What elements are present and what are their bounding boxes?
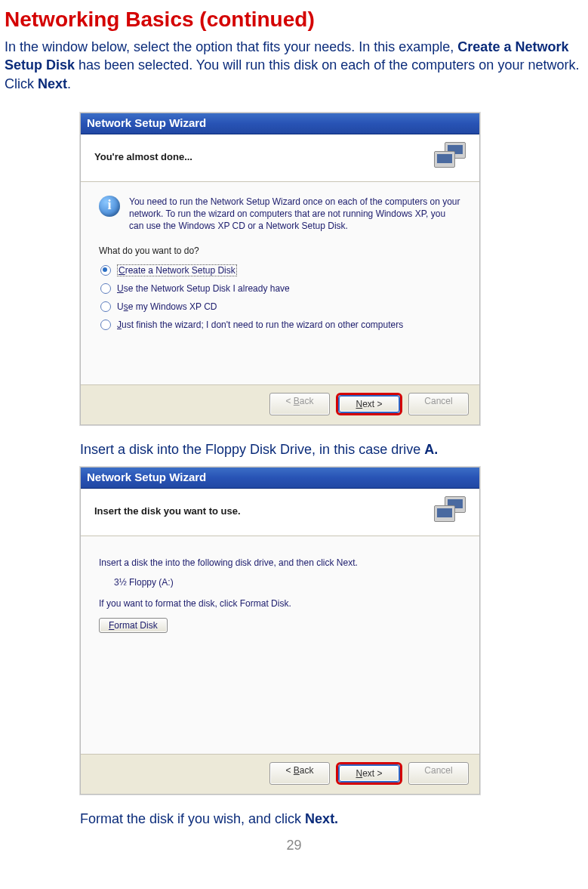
next-button[interactable]: Next > (339, 396, 399, 412)
wizard-body: You need to run the Network Setup Wizard… (81, 182, 479, 384)
back-button[interactable]: < Back (269, 393, 330, 415)
caption-format-next: Format the disk if you wish, and click N… (80, 811, 583, 827)
cancel-button[interactable]: Cancel (408, 762, 469, 785)
titlebar: Network Setup Wizard (81, 468, 479, 489)
radio-icon (100, 283, 111, 294)
prompt-text: What do you want to do? (99, 245, 461, 256)
wizard-body: Insert a disk the into the following dis… (81, 536, 479, 754)
wizard-header-text: Insert the disk you want to use. (94, 505, 241, 517)
info-icon (99, 196, 120, 217)
network-computers-icon (434, 496, 469, 526)
titlebar: Network Setup Wizard (81, 113, 479, 134)
radio-icon (100, 265, 111, 276)
wizard-window-1: Network Setup Wizard You're almost done.… (80, 113, 480, 425)
wizard-header: You're almost done... (81, 134, 479, 182)
instruction-text: Insert a disk the into the following dis… (99, 557, 461, 568)
button-row: < Back Next > Cancel (81, 384, 479, 424)
intro-text: In the window below, select the option t… (5, 38, 583, 93)
back-button[interactable]: < Back (269, 762, 330, 785)
page-number: 29 (5, 838, 583, 854)
next-button[interactable]: Next > (339, 765, 399, 782)
radio-option-use-existing[interactable]: Use the Network Setup Disk I already hav… (100, 283, 461, 294)
format-disk-button[interactable]: Format Disk (99, 618, 168, 633)
caption-insert-disk: Insert a disk into the Floppy Disk Drive… (80, 442, 583, 458)
page-title: Networking Basics (continued) (5, 8, 583, 32)
radio-option-create-disk[interactable]: Create a Network Setup Disk (100, 265, 461, 276)
wizard-window-2: Network Setup Wizard Insert the disk you… (80, 467, 480, 795)
radio-icon (100, 319, 111, 330)
wizard-header-text: You're almost done... (94, 151, 192, 162)
format-instruction: If you want to format the disk, click Fo… (99, 598, 461, 609)
button-row: < Back Next > Cancel (81, 754, 479, 794)
radio-group: Create a Network Setup Disk Use the Netw… (100, 265, 461, 330)
network-computers-icon (434, 142, 469, 172)
cancel-button[interactable]: Cancel (408, 393, 469, 415)
wizard-header: Insert the disk you want to use. (81, 489, 479, 536)
next-button-highlight: Next > (336, 762, 402, 785)
drive-label: 3½ Floppy (A:) (114, 577, 461, 588)
radio-option-finish[interactable]: Just finish the wizard; I don't need to … (100, 319, 461, 330)
radio-icon (100, 301, 111, 312)
radio-option-use-cd[interactable]: Use my Windows XP CD (100, 301, 461, 312)
info-text: You need to run the Network Setup Wizard… (129, 196, 461, 233)
next-button-highlight: Next > (336, 393, 402, 415)
